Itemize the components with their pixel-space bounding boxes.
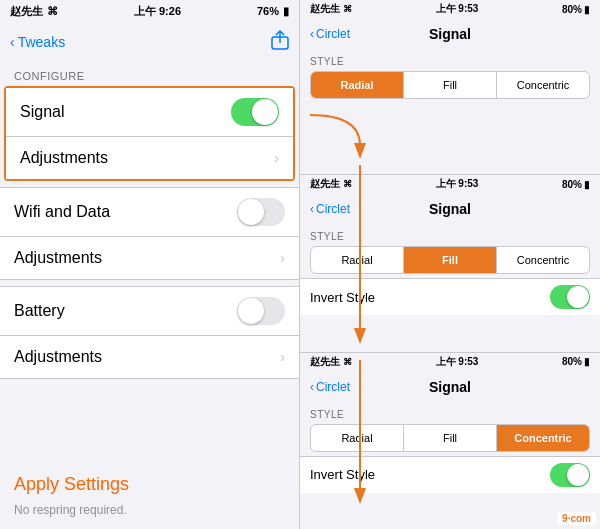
battery-row[interactable]: Battery (0, 287, 299, 336)
r2-battery: 80% ▮ (562, 179, 590, 190)
r1-time: 上午 9:53 (436, 2, 479, 16)
signal-group: Signal Adjustments › (4, 86, 295, 181)
battery-percent: 76% (257, 5, 279, 17)
right-section-2: 赵先生 ⌘ 上午 9:53 80% ▮ ‹ Circlet Signal STY… (300, 175, 600, 353)
r2-back-label: Circlet (316, 202, 350, 216)
style-section-3: STYLE Radial Fill Concentric (300, 403, 600, 456)
status-right: 76% ▮ (257, 5, 289, 18)
invert-row-3: Invert Style (300, 456, 600, 493)
seg-radial-2[interactable]: Radial (311, 247, 404, 273)
seg-concentric-3[interactable]: Concentric (497, 425, 589, 451)
r1-back-label: Circlet (316, 27, 350, 41)
invert-row-2: Invert Style (300, 278, 600, 315)
style-label-1: STYLE (310, 56, 590, 67)
adjustments-row-2[interactable]: Adjustments › (0, 237, 299, 279)
r1-back-button[interactable]: ‹ Circlet (310, 27, 350, 41)
style-label-2: STYLE (310, 231, 590, 242)
chevron-icon-3: › (280, 349, 285, 365)
r2-carrier: 赵先生 ⌘ (310, 177, 352, 191)
seg-radial-3[interactable]: Radial (311, 425, 404, 451)
adjustments-row-1[interactable]: Adjustments › (6, 137, 293, 179)
segmented-control-3: Radial Fill Concentric (310, 424, 590, 452)
wifi-group: Wifi and Data Adjustments › (0, 187, 299, 280)
seg-radial-1[interactable]: Radial (311, 72, 404, 98)
r1-battery-icon: ▮ (584, 4, 590, 15)
chevron-icon-2: › (280, 250, 285, 266)
r3-time: 上午 9:53 (436, 355, 479, 369)
r3-back-button[interactable]: ‹ Circlet (310, 380, 350, 394)
r2-wifi-icon: ⌘ (343, 179, 352, 189)
carrier-label: 赵先生 (10, 4, 43, 19)
status-left: 赵先生 ⌘ (10, 4, 58, 19)
back-button[interactable]: ‹ Tweaks (10, 34, 65, 50)
r2-title: Signal (429, 201, 471, 217)
share-icon[interactable] (271, 30, 289, 54)
r3-carrier-label: 赵先生 (310, 355, 340, 369)
battery-icon: ▮ (283, 5, 289, 18)
r3-carrier: 赵先生 ⌘ (310, 355, 352, 369)
r3-battery: 80% ▮ (562, 356, 590, 367)
adjustments-row-3[interactable]: Adjustments › (0, 336, 299, 378)
left-nav-bar: ‹ Tweaks (0, 22, 299, 62)
seg-concentric-1[interactable]: Concentric (497, 72, 589, 98)
style-label-3: STYLE (310, 409, 590, 420)
wifi-label: Wifi and Data (14, 203, 110, 221)
signal-label: Signal (20, 103, 64, 121)
right-nav-3: ‹ Circlet Signal (300, 371, 600, 403)
status-time: 上午 9:26 (134, 4, 181, 19)
invert-toggle-knob-2 (567, 286, 589, 308)
r3-title: Signal (429, 379, 471, 395)
left-status-bar: 赵先生 ⌘ 上午 9:26 76% ▮ (0, 0, 299, 22)
right-status-2: 赵先生 ⌘ 上午 9:53 80% ▮ (300, 175, 600, 193)
r2-carrier-label: 赵先生 (310, 177, 340, 191)
r1-battery-pct: 80% (562, 4, 582, 15)
r3-battery-icon: ▮ (584, 356, 590, 367)
signal-toggle-knob (252, 99, 278, 125)
r2-battery-pct: 80% (562, 179, 582, 190)
r2-battery-icon: ▮ (584, 179, 590, 190)
right-nav-1: ‹ Circlet Signal (300, 18, 600, 50)
style-section-2: STYLE Radial Fill Concentric (300, 225, 600, 278)
battery-toggle[interactable] (237, 297, 285, 325)
back-chevron-icon: ‹ (10, 34, 15, 50)
r1-back-chevron: ‹ (310, 27, 314, 41)
adjustments-label-2: Adjustments (14, 249, 102, 267)
style-section-1: STYLE Radial Fill Concentric (300, 50, 600, 103)
signal-row[interactable]: Signal (6, 88, 293, 137)
r3-wifi-icon: ⌘ (343, 357, 352, 367)
right-status-1: 赵先生 ⌘ 上午 9:53 80% ▮ (300, 0, 600, 18)
wifi-row[interactable]: Wifi and Data (0, 188, 299, 237)
back-label: Tweaks (18, 34, 65, 50)
configure-header: CONFIGURE (0, 62, 299, 86)
battery-label: Battery (14, 302, 65, 320)
r3-battery-pct: 80% (562, 356, 582, 367)
right-panel: 赵先生 ⌘ 上午 9:53 80% ▮ ‹ Circlet Signal STY… (300, 0, 600, 529)
r3-back-label: Circlet (316, 380, 350, 394)
r1-carrier-label: 赵先生 (310, 2, 340, 16)
r1-battery: 80% ▮ (562, 4, 590, 15)
invert-toggle-3[interactable] (550, 463, 590, 487)
r3-back-chevron: ‹ (310, 380, 314, 394)
r2-back-chevron: ‹ (310, 202, 314, 216)
wifi-toggle-knob (238, 199, 264, 225)
segmented-control-2: Radial Fill Concentric (310, 246, 590, 274)
right-section-1: 赵先生 ⌘ 上午 9:53 80% ▮ ‹ Circlet Signal STY… (300, 0, 600, 175)
seg-fill-1[interactable]: Fill (404, 72, 497, 98)
apply-settings-button[interactable]: Apply Settings (0, 460, 299, 501)
seg-concentric-2[interactable]: Concentric (497, 247, 589, 273)
seg-fill-3[interactable]: Fill (404, 425, 497, 451)
right-section-3: 赵先生 ⌘ 上午 9:53 80% ▮ ‹ Circlet Signal STY… (300, 353, 600, 530)
signal-toggle[interactable] (231, 98, 279, 126)
r1-carrier: 赵先生 ⌘ (310, 2, 352, 16)
seg-fill-2[interactable]: Fill (404, 247, 497, 273)
right-status-3: 赵先生 ⌘ 上午 9:53 80% ▮ (300, 353, 600, 371)
r1-wifi-icon: ⌘ (343, 4, 352, 14)
invert-label-2: Invert Style (310, 290, 375, 305)
r2-back-button[interactable]: ‹ Circlet (310, 202, 350, 216)
battery-group: Battery Adjustments › (0, 286, 299, 379)
wifi-toggle[interactable] (237, 198, 285, 226)
no-respring-label: No respring required. (0, 501, 299, 519)
invert-toggle-2[interactable] (550, 285, 590, 309)
r1-title: Signal (429, 26, 471, 42)
chevron-icon-1: › (274, 150, 279, 166)
